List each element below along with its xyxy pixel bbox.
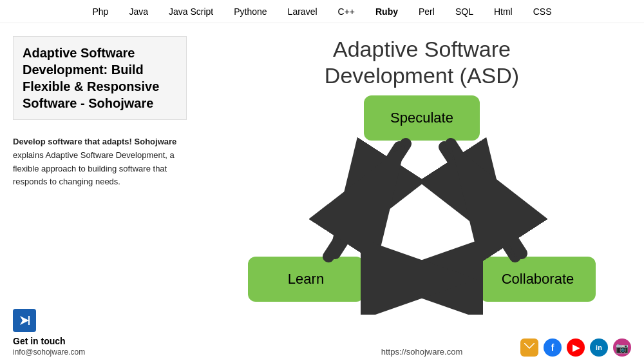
email-social-icon[interactable] xyxy=(520,338,538,357)
youtube-social-icon[interactable]: ▶ xyxy=(567,338,585,357)
nav-ruby[interactable]: Ruby xyxy=(375,6,398,17)
sohojware-logo-icon xyxy=(13,309,36,332)
left-top: Adaptive Software Development: Build Fle… xyxy=(13,36,187,189)
left-bottom: Get in touch info@sohojware.com xyxy=(13,309,187,357)
right-panel: Adaptive Software Development (ASD) Spec… xyxy=(200,23,644,363)
logo-svg xyxy=(17,313,32,328)
nav-pythone[interactable]: Pythone xyxy=(234,6,267,17)
nav-css[interactable]: CSS xyxy=(533,6,552,17)
svg-line-3 xyxy=(335,144,406,253)
get-in-touch-label: Get in touch xyxy=(13,336,187,346)
facebook-social-icon[interactable]: f xyxy=(544,338,562,357)
diagram-title-line2: Development (ASD) xyxy=(325,63,519,88)
nav-laravel[interactable]: Laravel xyxy=(288,6,317,17)
linkedin-social-icon[interactable]: in xyxy=(590,338,608,357)
nav-javascript[interactable]: Java Script xyxy=(169,6,213,17)
collaborate-box: Collaborate xyxy=(480,257,596,302)
svg-line-5 xyxy=(451,144,522,253)
diagram-container: Adaptive Software Development (ASD) Spec… xyxy=(235,36,609,313)
learn-box: Learn xyxy=(248,257,364,302)
svg-line-2 xyxy=(328,147,399,257)
description: Develop software that adapts! Sohojware … xyxy=(13,135,187,189)
social-row: f ▶ in 📷 xyxy=(520,338,631,357)
svg-line-4 xyxy=(444,147,515,257)
contact-email[interactable]: info@sohojware.com xyxy=(13,348,187,357)
nav-html[interactable]: Html xyxy=(494,6,513,17)
page-title: Adaptive Software Development: Build Fle… xyxy=(13,36,187,120)
speculate-box: Speculate xyxy=(364,95,480,141)
nav-php[interactable]: Php xyxy=(92,6,108,17)
main-layout: Adaptive Software Development: Build Fle… xyxy=(0,23,644,363)
nav-sql[interactable]: SQL xyxy=(455,6,473,17)
get-in-touch-block: Get in touch info@sohojware.com xyxy=(13,309,187,357)
diagram-title: Adaptive Software Development (ASD) xyxy=(235,36,609,89)
nav-perl[interactable]: Perl xyxy=(419,6,435,17)
nav-cpp[interactable]: C++ xyxy=(338,6,355,17)
diagram-title-line1: Adaptive Software xyxy=(333,37,511,61)
nav-bar: Php Java Java Script Pythone Laravel C++… xyxy=(0,0,644,23)
instagram-social-icon[interactable]: 📷 xyxy=(613,338,631,357)
description-rest: explains Adaptive Software Development, … xyxy=(13,150,175,187)
brand-name: Sohojware xyxy=(135,137,177,146)
website-link[interactable]: https://sohojware.com xyxy=(381,347,462,357)
description-bold: Develop software that adapts! xyxy=(13,137,132,146)
diagram-svg-area: Speculate Learn Collaborate xyxy=(235,95,609,315)
left-panel: Adaptive Software Development: Build Fle… xyxy=(0,23,200,363)
nav-java[interactable]: Java xyxy=(129,6,148,17)
